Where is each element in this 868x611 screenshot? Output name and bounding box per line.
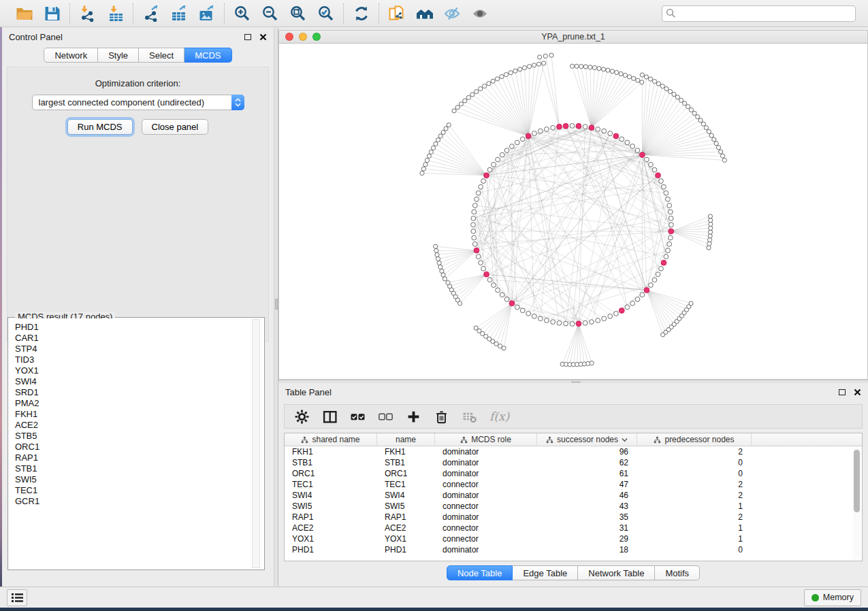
close-panel-icon[interactable]: [259, 33, 267, 41]
mcds-result-item[interactable]: STB1: [15, 463, 263, 474]
mcds-result-item[interactable]: SWI4: [15, 376, 263, 387]
import-network-icon[interactable]: [78, 4, 97, 22]
scrollbar-thumb[interactable]: [854, 450, 860, 512]
table-row[interactable]: FKH1FKH1dominator962: [285, 446, 862, 457]
float-panel-icon[interactable]: [839, 389, 846, 395]
import-table-icon[interactable]: [106, 4, 125, 22]
cell-successor_nodes: 61: [537, 469, 637, 478]
network-window-titlebar[interactable]: YPA_prune.txt_1: [278, 30, 868, 44]
namespace-icon: [460, 436, 468, 444]
mcds-result-item[interactable]: CAR1: [15, 333, 263, 344]
mcds-result-item[interactable]: GCR1: [15, 496, 263, 507]
first-neighbors-icon[interactable]: [415, 4, 434, 22]
table-row[interactable]: ORC1ORC1dominator610: [285, 468, 862, 479]
hide-selected-icon[interactable]: [443, 4, 462, 22]
mcds-result-group: MCDS result (17 nodes) PHD1CAR1STP4TID3Y…: [7, 317, 265, 570]
export-table-icon[interactable]: [170, 4, 188, 22]
function-builder-icon: f(x): [489, 409, 509, 424]
column-header-predecessor-nodes[interactable]: predecessor nodes: [637, 433, 752, 446]
mcds-result-item[interactable]: RAP1: [15, 452, 263, 463]
select-all-columns-icon[interactable]: [350, 409, 365, 424]
tab-node-table[interactable]: Node Table: [447, 565, 513, 580]
mcds-result-item[interactable]: TID3: [15, 354, 263, 365]
run-mcds-button[interactable]: Run MCDS: [67, 119, 133, 135]
memory-label: Memory: [823, 593, 854, 602]
cell-shared_name: TEC1: [285, 480, 377, 489]
mcds-result-item[interactable]: STB5: [15, 431, 263, 442]
list-icon: [12, 593, 23, 603]
table-row[interactable]: YOX1YOX1connector291: [285, 533, 862, 544]
mcds-result-item[interactable]: YOX1: [15, 365, 263, 376]
export-network-icon[interactable]: [142, 4, 160, 22]
column-header-successor-nodes[interactable]: successor nodes: [537, 433, 637, 446]
table-row[interactable]: PHD1PHD1dominator180: [285, 544, 862, 555]
cell-successor_nodes: 46: [537, 491, 637, 500]
column-header-MCDS-role[interactable]: MCDS role: [435, 433, 537, 446]
cell-successor_nodes: 18: [537, 545, 637, 555]
control-panel-tabs: NetworkStyleSelectMCDS: [2, 46, 274, 65]
table-panel: Table Panel f(x) shared namenameMCDS rol…: [278, 383, 868, 586]
table-body: FKH1FKH1dominator962STB1STB1dominator620…: [285, 446, 862, 555]
zoom-selected-icon[interactable]: [317, 4, 335, 22]
cell-name: SWI5: [377, 501, 435, 511]
toolbar-group: [379, 4, 498, 22]
column-layout-icon[interactable]: [322, 409, 337, 424]
table-settings-icon[interactable]: [294, 409, 309, 424]
mcds-result-item[interactable]: PHD1: [15, 322, 263, 333]
table-row[interactable]: RAP1RAP1dominator352: [285, 512, 862, 523]
tab-edge-table[interactable]: Edge Table: [513, 565, 578, 580]
mcds-result-item[interactable]: STP4: [15, 344, 263, 354]
table-row[interactable]: ACE2ACE2connector311: [285, 523, 862, 533]
mcds-result-item[interactable]: ACE2: [15, 420, 263, 431]
close-panel-icon[interactable]: [854, 389, 861, 396]
mcds-result-item[interactable]: SWI5: [15, 474, 263, 485]
mcds-result-item[interactable]: TEC1: [15, 485, 263, 496]
save-icon[interactable]: [43, 4, 61, 22]
tab-motifs[interactable]: Motifs: [655, 565, 700, 580]
table-row[interactable]: SWI4SWI4dominator462: [285, 490, 862, 501]
delete-column-icon[interactable]: [434, 409, 449, 424]
vertical-splitter[interactable]: [274, 28, 278, 586]
table-row[interactable]: STB1STB1dominator620: [285, 457, 862, 468]
close-panel-button[interactable]: Close panel: [142, 119, 209, 135]
tab-style[interactable]: Style: [98, 48, 139, 63]
export-image-icon[interactable]: [197, 4, 216, 22]
mcds-result-scrollbar[interactable]: [252, 319, 260, 568]
tab-select[interactable]: Select: [139, 48, 184, 63]
add-column-icon[interactable]: [406, 409, 421, 424]
zoom-in-icon[interactable]: [233, 4, 251, 22]
float-panel-icon[interactable]: [244, 34, 251, 40]
tab-mcds[interactable]: MCDS: [184, 48, 231, 63]
table-row[interactable]: TEC1TEC1connector472: [285, 479, 862, 490]
cell-name: STB1: [377, 458, 435, 467]
new-network-from-selection-icon[interactable]: [387, 4, 406, 22]
mcds-result-item[interactable]: ORC1: [15, 442, 263, 452]
show-all-icon[interactable]: [471, 4, 489, 22]
column-header-name[interactable]: name: [377, 433, 435, 446]
apply-layout-icon[interactable]: [352, 4, 370, 22]
task-history-button[interactable]: [7, 589, 27, 606]
zoom-fit-icon[interactable]: [289, 4, 307, 22]
memory-status-icon: [811, 594, 819, 601]
cell-mcds_role: connector: [435, 534, 537, 544]
mcds-result-list[interactable]: PHD1CAR1STP4TID3YOX1SWI4SRD1PMA2FKH1ACE2…: [9, 318, 263, 569]
mcds-result-item[interactable]: FKH1: [15, 409, 263, 420]
cell-successor_nodes: 47: [537, 480, 637, 489]
mcds-result-item[interactable]: SRD1: [15, 387, 263, 398]
network-canvas[interactable]: .chord{stroke:#8a8a8a;stroke-opacity:.32…: [278, 44, 868, 380]
splitter-grip[interactable]: [275, 299, 278, 310]
unselect-all-columns-icon[interactable]: [378, 409, 393, 424]
tab-network[interactable]: Network: [44, 48, 98, 63]
column-header-shared-name[interactable]: shared name: [285, 433, 377, 446]
open-icon[interactable]: [15, 4, 33, 22]
table-row[interactable]: SWI5SWI5connector431: [285, 501, 862, 512]
cytoscape-app-window: Control Panel NetworkStyleSelectMCDS Opt…: [2, 0, 868, 608]
memory-button[interactable]: Memory: [804, 589, 861, 606]
tab-network-table[interactable]: Network Table: [578, 565, 655, 580]
zoom-out-icon[interactable]: [261, 4, 279, 22]
cell-mcds_role: connector: [435, 523, 537, 533]
table-scrollbar[interactable]: [853, 447, 861, 559]
search-input[interactable]: [662, 5, 856, 22]
optimization-criterion-select[interactable]: largest connected component (undirected): [32, 95, 244, 110]
mcds-result-item[interactable]: PMA2: [15, 398, 263, 409]
